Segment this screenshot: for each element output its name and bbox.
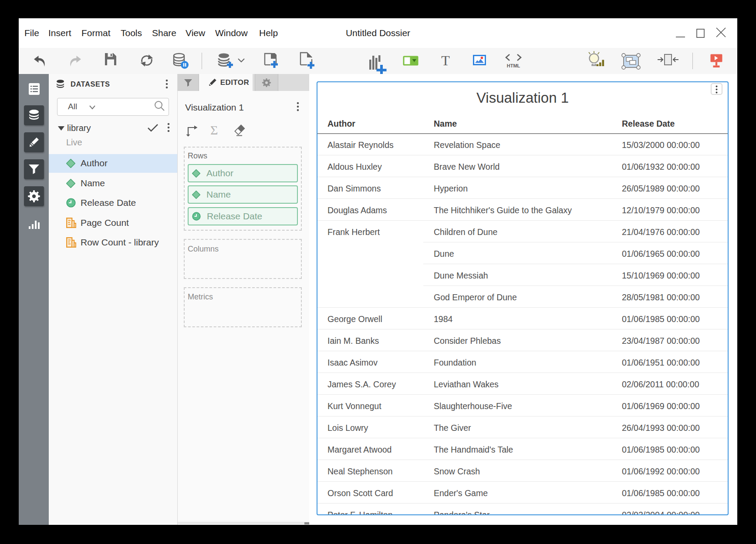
svg-text:HTML: HTML	[507, 63, 520, 68]
